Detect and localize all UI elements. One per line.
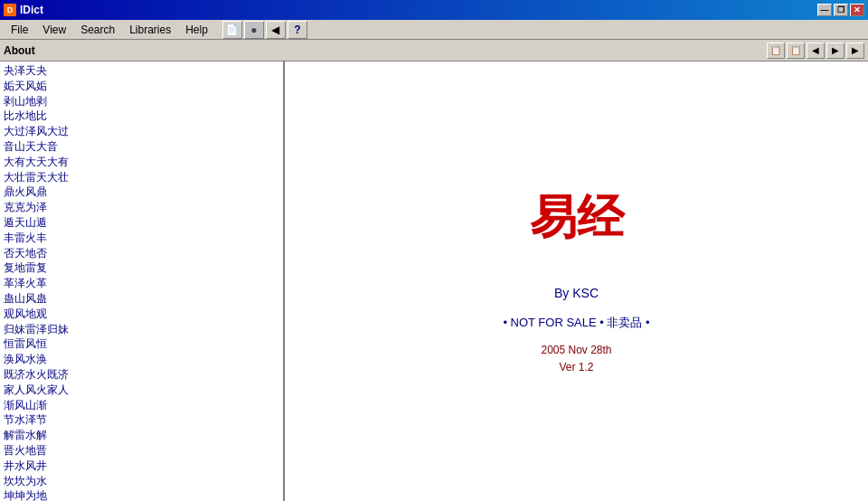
content-display: 易经 By KSC • NOT FOR SALE • 非卖品 • 2005 No… (285, 61, 868, 501)
nav-next-button[interactable]: ▶ (826, 43, 844, 59)
list-item[interactable]: 克克为泽 (4, 200, 279, 215)
list-item[interactable]: 大壮雷天大壮 (4, 170, 279, 185)
book-title: 易经 (530, 186, 624, 250)
book-author: By KSC (554, 286, 599, 300)
menu-view[interactable]: View (35, 22, 73, 38)
list-item[interactable]: 丰雷火丰 (4, 231, 279, 246)
list-item[interactable]: 渐风山渐 (4, 398, 279, 413)
word-list[interactable]: 夬泽天夬姤天风姤剥山地剥比水地比大过泽风大过音山天大音大有大天大有大壮雷天大壮鼎… (0, 61, 283, 501)
list-item[interactable]: 夬泽天夬 (4, 63, 279, 79)
list-item[interactable]: 音山天大音 (4, 139, 279, 155)
list-item[interactable]: 观风地观 (4, 307, 279, 322)
list-item[interactable]: 鼎火风鼎 (4, 184, 279, 200)
nav-prev-button[interactable]: ◀ (807, 43, 825, 59)
toolbar-circle-button[interactable]: ● (244, 21, 264, 39)
list-item[interactable]: 复地雷复 (4, 260, 279, 276)
toolbar-doc-button[interactable]: 📄 (222, 21, 242, 39)
menu-search[interactable]: Search (73, 22, 122, 38)
list-item[interactable]: 坤坤为地 (4, 488, 279, 501)
list-item[interactable]: 姤天风姤 (4, 79, 279, 94)
list-item[interactable]: 井水风井 (4, 458, 279, 474)
book-date: 2005 Nov 28th Ver 1.2 (541, 342, 611, 376)
window-title: IDict (20, 4, 43, 16)
menu-help[interactable]: Help (178, 22, 215, 38)
app-icon: D (4, 4, 16, 16)
list-item[interactable]: 晋火地晋 (4, 443, 279, 458)
content-panel: 易经 By KSC • NOT FOR SALE • 非卖品 • 2005 No… (285, 61, 868, 501)
list-item[interactable]: 家人风火家人 (4, 383, 279, 398)
nav-end-button[interactable]: ▶ (846, 43, 864, 59)
main-content: 夬泽天夬姤天风姤剥山地剥比水地比大过泽风大过音山天大音大有大天大有大壮雷天大壮鼎… (0, 61, 868, 501)
list-item[interactable]: 大过泽风大过 (4, 124, 279, 139)
window-controls: — ❐ ✕ (817, 4, 864, 16)
list-item[interactable]: 归妹雷泽归妹 (4, 322, 279, 337)
copy-button-1[interactable]: 📋 (767, 43, 785, 59)
list-item[interactable]: 大有大天大有 (4, 155, 279, 170)
list-item[interactable]: 恒雷风恒 (4, 336, 279, 352)
word-list-panel: 夬泽天夬姤天风姤剥山地剥比水地比大过泽风大过音山天大音大有大天大有大壮雷天大壮鼎… (0, 61, 285, 501)
menu-bar: File View Search Libraries Help 📄 ● ◀ ? (0, 20, 868, 40)
close-button[interactable]: ✕ (850, 4, 864, 16)
list-item[interactable]: 革泽火革 (4, 276, 279, 291)
list-item[interactable]: 蛊山风蛊 (4, 291, 279, 307)
list-item[interactable]: 解雷水解 (4, 428, 279, 443)
list-item[interactable]: 既济水火既济 (4, 367, 279, 383)
toolbar-help-button[interactable]: ? (288, 21, 307, 39)
address-label: About (4, 44, 35, 57)
list-item[interactable]: 剥山地剥 (4, 94, 279, 109)
restore-button[interactable]: ❐ (834, 4, 848, 16)
list-item[interactable]: 否天地否 (4, 246, 279, 261)
list-item[interactable]: 涣风水涣 (4, 352, 279, 367)
list-item[interactable]: 比水地比 (4, 109, 279, 124)
list-item[interactable]: 坎坎为水 (4, 474, 279, 489)
title-bar: D IDict — ❐ ✕ (0, 0, 868, 20)
minimize-button[interactable]: — (817, 4, 832, 16)
book-sale: • NOT FOR SALE • 非卖品 • (503, 315, 649, 331)
address-bar: About 📋 📋 ◀ ▶ ▶ (0, 40, 868, 61)
menu-file[interactable]: File (4, 22, 35, 38)
copy-button-2[interactable]: 📋 (787, 43, 805, 59)
menu-libraries[interactable]: Libraries (122, 22, 178, 38)
list-item[interactable]: 遁天山遁 (4, 215, 279, 231)
toolbar: 📄 ● ◀ ? (222, 21, 307, 39)
list-item[interactable]: 节水泽节 (4, 412, 279, 428)
toolbar-back-button[interactable]: ◀ (266, 21, 286, 39)
address-buttons: 📋 📋 ◀ ▶ ▶ (767, 43, 864, 59)
